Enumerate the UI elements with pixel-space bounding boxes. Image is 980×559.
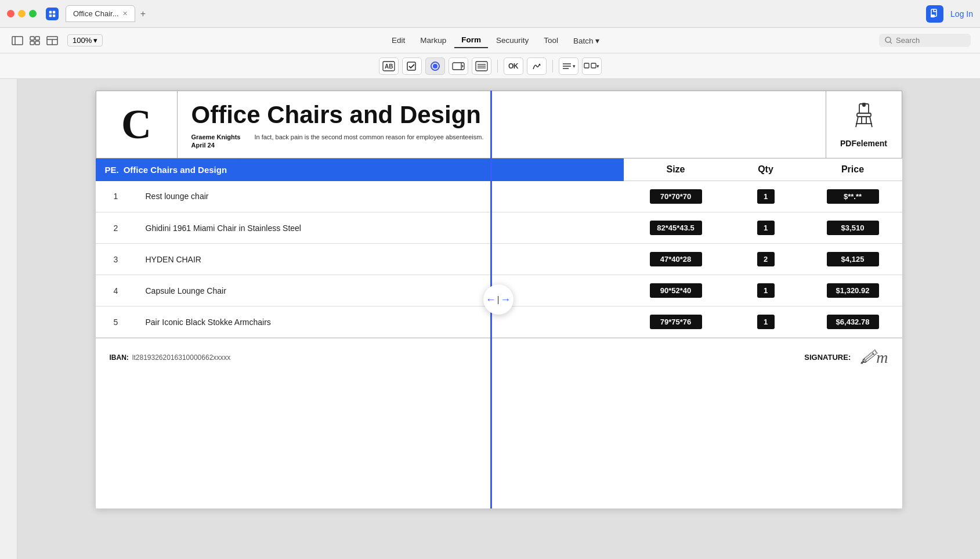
titlebar: Office Chair... ✕ + Log In: [0, 0, 980, 28]
doc-title: Office Chairs and Design: [191, 101, 812, 129]
search-box[interactable]: [879, 34, 971, 47]
menu-security[interactable]: Secuurity: [489, 33, 536, 48]
author-label: Graeme Knights: [191, 134, 241, 140]
document: ←|→ C Office Chairs and Design Graeme Kn…: [96, 91, 902, 508]
qty-field: 1: [757, 189, 775, 204]
row-qty[interactable]: 2: [728, 244, 804, 275]
svg-rect-5: [931, 15, 935, 17]
row-size[interactable]: 82*45*43.5: [624, 212, 728, 244]
table-row: 1 Rest lounge chair 70*70*70 1 $**.**: [96, 181, 902, 212]
row-qty[interactable]: 1: [728, 212, 804, 244]
row-price[interactable]: $3,510: [804, 212, 902, 244]
svg-rect-32: [584, 63, 589, 68]
tab-title: Office Chair...: [73, 9, 119, 18]
grid-view-button[interactable]: [27, 34, 43, 47]
row-size[interactable]: 47*40*28: [624, 244, 728, 275]
menu-edit[interactable]: Edit: [385, 33, 412, 48]
canvas-area: ←|→ C Office Chairs and Design Graeme Kn…: [17, 79, 980, 559]
row-num: 5: [96, 306, 136, 338]
svg-line-16: [890, 42, 892, 44]
radio-tool[interactable]: [425, 57, 445, 75]
main-toolbar: 100% ▾ Edit Markup Form Secuurity Tool B…: [0, 28, 980, 53]
price-field: $3,510: [827, 221, 879, 235]
main-area: ←|→ C Office Chairs and Design Graeme Kn…: [0, 79, 980, 559]
iban-label: IBAN:: [110, 354, 129, 362]
titlebar-right: Log In: [926, 5, 973, 23]
resize-handle[interactable]: ←|→: [483, 284, 513, 315]
search-input[interactable]: [896, 36, 954, 45]
size-field: 90*52*40: [650, 283, 702, 298]
fullscreen-button[interactable]: [29, 10, 37, 17]
row-num: 3: [96, 244, 136, 275]
doc-header: C Office Chairs and Design Graeme Knight…: [96, 91, 902, 158]
row-size[interactable]: 79*75*76: [624, 306, 728, 338]
size-field: 82*45*43.5: [650, 221, 702, 235]
table-header-desc: Office Chairs and Design: [124, 165, 227, 175]
doc-meta-author: Graeme Knights April 24: [191, 134, 241, 149]
svg-line-37: [870, 117, 872, 127]
search-icon: [885, 37, 892, 44]
row-price[interactable]: $**.**: [804, 181, 902, 212]
date-label: April 24: [191, 142, 241, 149]
qty-field: 1: [757, 283, 775, 298]
listbox-tool[interactable]: [472, 57, 491, 75]
signature-tool[interactable]: [527, 57, 547, 75]
checkbox-tool[interactable]: [402, 57, 422, 75]
view-buttons: [9, 34, 60, 47]
login-button[interactable]: Log In: [950, 9, 973, 19]
toolbar-separator-1: [497, 60, 498, 73]
size-field: 70*70*70: [650, 189, 702, 204]
close-button[interactable]: [7, 10, 15, 17]
zoom-level: 100%: [73, 36, 92, 45]
pdfelement-icon[interactable]: [926, 5, 943, 23]
app-icon: [46, 8, 59, 20]
row-size[interactable]: 70*70*70: [624, 181, 728, 212]
zoom-control[interactable]: 100% ▾: [67, 34, 103, 46]
dropdown-tool[interactable]: [449, 57, 468, 75]
table-header-price: Price: [804, 158, 902, 181]
meta-description: In fact, back pain is the second most co…: [254, 134, 483, 140]
new-tab-button[interactable]: +: [135, 6, 151, 22]
distribute-tool[interactable]: ▾: [582, 57, 602, 75]
doc-header-title: Office Chairs and Design Graeme Knights …: [178, 91, 826, 158]
active-tab[interactable]: Office Chair... ✕: [66, 5, 135, 22]
doc-meta: Graeme Knights April 24 In fact, back pa…: [191, 134, 812, 149]
sidebar-toggle[interactable]: [9, 34, 26, 47]
menu-batch[interactable]: Batch ▾: [566, 33, 606, 48]
price-field: $**.**: [827, 189, 879, 204]
button-tool[interactable]: OK: [504, 57, 523, 75]
qty-field: 2: [757, 252, 775, 266]
traffic-lights: [7, 10, 37, 17]
row-qty[interactable]: 1: [728, 306, 804, 338]
svg-rect-2: [49, 14, 52, 16]
row-price[interactable]: $6,432.78: [804, 306, 902, 338]
table-row: 3 HYDEN CHAIR 47*40*28 2 $4,125: [96, 244, 902, 275]
menu-tool[interactable]: Tool: [537, 33, 565, 48]
qty-field: 1: [757, 221, 775, 235]
svg-rect-8: [30, 37, 34, 40]
row-size[interactable]: 90*52*40: [624, 275, 728, 306]
layout-view-button[interactable]: [44, 34, 60, 47]
resize-arrows-icon: ←|→: [486, 294, 511, 306]
row-qty[interactable]: 1: [728, 275, 804, 306]
svg-point-21: [433, 64, 437, 68]
text-field-tool[interactable]: AB: [379, 57, 399, 75]
row-price[interactable]: $4,125: [804, 244, 902, 275]
svg-rect-1: [53, 10, 55, 13]
tab-close-button[interactable]: ✕: [122, 10, 128, 17]
row-price[interactable]: $1,320.92: [804, 275, 902, 306]
size-field: 47*40*28: [650, 252, 702, 266]
align-tool[interactable]: ▾: [559, 57, 578, 75]
menu-markup[interactable]: Markup: [413, 33, 453, 48]
row-qty[interactable]: 1: [728, 181, 804, 212]
row-num: 1: [96, 181, 136, 212]
row-desc: Ghidini 1961 Miami Chair in Stainless St…: [136, 212, 624, 244]
brand-icon: [849, 102, 879, 136]
radio-icon: [430, 61, 440, 71]
svg-text:AB: AB: [385, 63, 393, 70]
table-header-size: Size: [624, 158, 728, 181]
menu-form[interactable]: Form: [454, 33, 488, 48]
svg-rect-9: [35, 37, 39, 40]
minimize-button[interactable]: [18, 10, 26, 17]
signature-label: SIGNATURE:: [804, 353, 851, 362]
